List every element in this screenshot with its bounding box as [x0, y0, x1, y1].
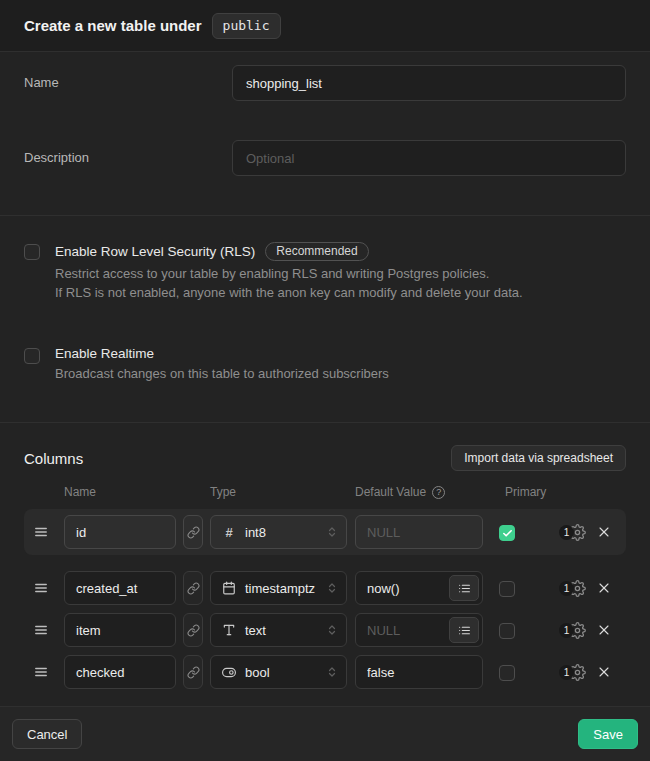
primary-checkbox[interactable]: [499, 525, 515, 541]
column-row-id: # int8 1: [24, 509, 626, 555]
save-button[interactable]: Save: [578, 719, 638, 749]
column-row-item: text 1: [24, 613, 626, 647]
header-name: Name: [64, 485, 176, 499]
foreign-key-button[interactable]: [183, 613, 203, 647]
rls-toggle-group: Enable Row Level Security (RLS) Recommen…: [24, 242, 626, 302]
column-row-checked: bool 1: [24, 655, 626, 689]
header-type: Type: [210, 485, 347, 499]
column-type-select[interactable]: timestamptz: [210, 571, 347, 605]
foreign-key-button[interactable]: [183, 571, 203, 605]
column-settings-button[interactable]: 1: [559, 622, 586, 639]
column-type-select[interactable]: bool: [210, 655, 347, 689]
name-label: Name: [24, 65, 232, 101]
dialog-title: Create a new table under: [24, 17, 202, 34]
columns-section: Columns Import data via spreadsheet Name…: [0, 423, 650, 707]
link-icon: [187, 624, 200, 637]
delete-column-button[interactable]: [596, 524, 612, 540]
hash-icon: #: [222, 525, 236, 540]
table-details-section: Name Description: [0, 52, 650, 216]
chevrons-up-down-icon: [326, 526, 338, 538]
column-name-input[interactable]: [64, 613, 176, 647]
chevrons-up-down-icon: [326, 624, 338, 636]
rls-description-line1: Restrict access to your table by enablin…: [55, 264, 523, 283]
foreign-key-button[interactable]: [183, 515, 203, 549]
column-name-input[interactable]: [64, 515, 176, 549]
settings-count-badge: 1: [559, 623, 574, 638]
primary-checkbox[interactable]: [499, 581, 515, 597]
default-value-menu-button[interactable]: [449, 575, 479, 601]
drag-handle-icon[interactable]: [24, 665, 64, 679]
drag-handle-icon[interactable]: [24, 623, 64, 637]
settings-count-badge: 1: [559, 525, 574, 540]
link-icon: [187, 582, 200, 595]
cancel-button[interactable]: Cancel: [12, 719, 82, 749]
create-table-dialog: Create a new table under public Name Des…: [0, 0, 650, 761]
realtime-description: Broadcast changes on this table to autho…: [55, 364, 389, 383]
columns-table-header: Name Type Default Value ? Primary: [24, 485, 626, 499]
description-label: Description: [24, 140, 232, 176]
column-type-select[interactable]: text: [210, 613, 347, 647]
settings-count-badge: 1: [559, 581, 574, 596]
delete-column-button[interactable]: [596, 622, 612, 638]
header-default-value: Default Value: [355, 485, 426, 499]
dialog-header: Create a new table under public: [0, 0, 650, 52]
chevrons-up-down-icon: [326, 582, 338, 594]
rls-checkbox[interactable]: [24, 244, 40, 260]
column-name-input[interactable]: [64, 655, 176, 689]
table-name-input[interactable]: [232, 65, 626, 101]
column-row-created-at: timestamptz 1: [24, 571, 626, 605]
rls-label: Enable Row Level Security (RLS): [55, 244, 255, 259]
column-name-input[interactable]: [64, 571, 176, 605]
settings-count-badge: 1: [559, 665, 574, 680]
check-icon: [502, 528, 513, 539]
column-settings-button[interactable]: 1: [559, 524, 586, 541]
type-icon: [222, 623, 236, 637]
recommended-badge: Recommended: [265, 242, 368, 261]
close-icon: [596, 622, 612, 638]
realtime-toggle-group: Enable Realtime Broadcast changes on thi…: [24, 346, 626, 383]
drag-handle-icon[interactable]: [24, 581, 64, 595]
table-description-input[interactable]: [232, 140, 626, 176]
dialog-footer: Cancel Save: [0, 707, 650, 761]
list-icon: [458, 582, 471, 595]
columns-title: Columns: [24, 450, 83, 467]
column-default-input[interactable]: [355, 515, 483, 549]
chevrons-up-down-icon: [326, 666, 338, 678]
toggle-icon: [222, 665, 236, 680]
column-default-input[interactable]: [355, 655, 483, 689]
rls-description-line2: If RLS is not enabled, anyone with the a…: [55, 283, 523, 302]
column-type-select[interactable]: # int8: [210, 515, 347, 549]
primary-checkbox[interactable]: [499, 623, 515, 639]
name-row: Name: [24, 65, 626, 101]
drag-handle-icon[interactable]: [24, 525, 64, 539]
import-spreadsheet-button[interactable]: Import data via spreadsheet: [451, 445, 626, 471]
description-row: Description: [24, 140, 626, 176]
link-icon: [187, 526, 200, 539]
header-primary: Primary: [483, 485, 546, 499]
close-icon: [596, 580, 612, 596]
realtime-checkbox[interactable]: [24, 348, 40, 364]
security-section: Enable Row Level Security (RLS) Recommen…: [0, 216, 650, 423]
column-settings-button[interactable]: 1: [559, 664, 586, 681]
link-icon: [187, 666, 200, 679]
list-icon: [458, 624, 471, 637]
column-settings-button[interactable]: 1: [559, 580, 586, 597]
calendar-icon: [222, 581, 236, 595]
primary-checkbox[interactable]: [499, 665, 515, 681]
delete-column-button[interactable]: [596, 580, 612, 596]
foreign-key-button[interactable]: [183, 655, 203, 689]
default-value-menu-button[interactable]: [449, 617, 479, 643]
delete-column-button[interactable]: [596, 664, 612, 680]
close-icon: [596, 664, 612, 680]
help-icon[interactable]: ?: [432, 486, 445, 499]
realtime-label: Enable Realtime: [55, 346, 154, 361]
schema-badge: public: [212, 13, 281, 39]
close-icon: [596, 524, 612, 540]
